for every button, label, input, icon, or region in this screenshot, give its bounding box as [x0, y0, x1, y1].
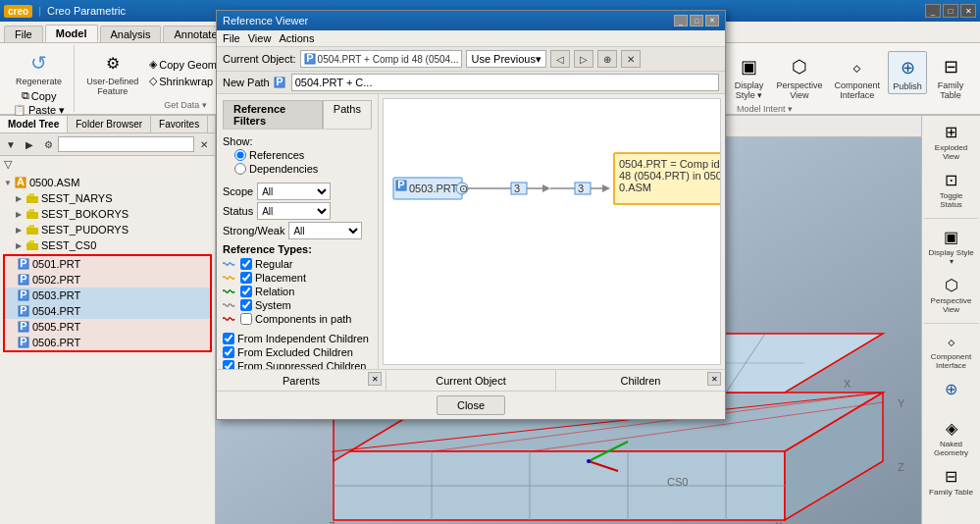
panel-tab-modeltree[interactable]: Model Tree [0, 116, 68, 132]
tree-item-0503prt[interactable]: P 0503.PRT [5, 288, 210, 303]
tree-item-sestpudorys[interactable]: ▶ SEST_PUDORYS [2, 222, 213, 237]
tree-item-0504prt[interactable]: P 0504.PRT [5, 303, 210, 319]
panel-btn-1[interactable]: ▼ [2, 135, 20, 153]
from-independent-text: From Independent Children [237, 333, 369, 344]
dialog-titlebar-btns: _ □ ✕ [674, 15, 719, 26]
ribbon-btn-familytable[interactable]: ⊟ FamilyTable [931, 51, 970, 102]
maximize-btn[interactable]: □ [943, 4, 958, 18]
close-btn[interactable]: ✕ [960, 4, 976, 18]
dialog-menu-view[interactable]: View [248, 32, 272, 44]
panel-btn-close[interactable]: ✕ [195, 135, 213, 153]
strongweak-select[interactable]: All [288, 222, 362, 239]
shrinkwrap-label: Shrinkwrap [159, 76, 213, 87]
right-btn-geometry[interactable]: ◈ Naked Geometry [925, 416, 978, 460]
show-references-radio[interactable] [234, 149, 246, 161]
right-btn-publish[interactable]: ⊕ Close [925, 377, 978, 412]
minimize-btn[interactable]: _ [925, 4, 941, 18]
dialog-menu-actions[interactable]: Actions [279, 32, 314, 44]
right-btn-togglestatus[interactable]: ⊡ Toggle Status [925, 168, 978, 212]
from-excluded-cb[interactable] [223, 346, 234, 358]
from-excluded-label[interactable]: From Excluded Children [223, 346, 353, 358]
reftype-placement-label[interactable]: Placement [240, 272, 306, 284]
svg-text:CS0: CS0 [667, 476, 688, 488]
reftype-regular-cb[interactable] [240, 258, 252, 270]
svg-text:P: P [20, 258, 26, 269]
right-btn-displaystyle[interactable]: ▣ Display Style ▾ [925, 225, 978, 269]
filter-tab-paths[interactable]: Paths [323, 100, 372, 129]
ribbon-btn-publish[interactable]: ⊕ Publish [888, 51, 927, 94]
svg-text:P: P [397, 179, 404, 190]
tree-label-0504prt: 0504.PRT [32, 305, 80, 317]
dialog-toolbar-btn2[interactable]: ▷ [574, 50, 593, 68]
panel-tab-favorites[interactable]: Favorites [151, 116, 208, 132]
reftype-relation-label[interactable]: Relation [240, 286, 294, 297]
ribbon-btn-displaystyle[interactable]: ▣ DisplayStyle ▾ [729, 51, 768, 102]
dialog-toolbar-btn3[interactable]: ⊕ [597, 50, 617, 68]
app-title: Creo Parametric [47, 5, 126, 17]
panel-btn-2[interactable]: ▶ [21, 135, 38, 153]
ribbon-btn-copy[interactable]: ⧉ Copy [19, 88, 60, 103]
from-independent-label[interactable]: From Independent Children [223, 333, 369, 344]
ribbon-btn-compinterface[interactable]: ⬦ ComponentInterface [830, 51, 884, 102]
right-btn-exploded[interactable]: ⊞ Exploded View [925, 120, 978, 164]
search-input[interactable] [61, 139, 191, 150]
show-dependencies-radio[interactable] [234, 163, 246, 175]
use-previous-arrow: ▾ [536, 53, 542, 66]
tree-item-sestcs0[interactable]: ▶ SEST_CS0 [2, 237, 213, 253]
dialog-filters-panel: Reference Filters Paths Show: References [217, 94, 379, 369]
right-btn-perspective[interactable]: ⬡ Perspective View [925, 273, 978, 317]
dialog-close-btn[interactable]: ✕ [705, 15, 719, 26]
reftype-relation-cb[interactable] [240, 286, 252, 297]
show-dependencies-label[interactable]: Dependencies [234, 163, 318, 175]
reftype-system-label[interactable]: System [240, 299, 291, 311]
tab-file[interactable]: File [4, 26, 43, 42]
ribbon-btn-udf[interactable]: ⚙ User-DefinedFeature [82, 47, 142, 98]
ribbon-group-operations: ↺ Regenerate ⧉ Copy 📋 Paste ▾ ✕ D [4, 45, 75, 112]
status-select[interactable]: All [257, 202, 331, 220]
dialog-maximize-btn[interactable]: □ [690, 15, 703, 26]
ribbon-btn-regenerate[interactable]: ↺ Regenerate [12, 47, 66, 88]
footer-children-close[interactable]: ✕ [707, 372, 721, 386]
close-button[interactable]: Close [437, 395, 505, 415]
reftype-regular-label[interactable]: Regular [240, 258, 293, 270]
right-btn-familytable[interactable]: ⊟ Family Table [925, 464, 978, 499]
tree-item-sestnarys[interactable]: ▶ SEST_NARYS [2, 190, 213, 206]
show-references-label[interactable]: References [234, 149, 304, 161]
tree-item-0502prt[interactable]: P 0502.PRT [5, 272, 210, 288]
new-path-label: New Path [223, 77, 270, 88]
use-previous-btn[interactable]: Use Previous ▾ [466, 50, 545, 68]
reftype-compinpath-cb[interactable] [240, 313, 252, 325]
filter-tab-reffilters[interactable]: Reference Filters [223, 100, 323, 129]
scope-select[interactable]: All [257, 183, 331, 200]
footer-current: Current Object [387, 370, 556, 391]
from-independent-cb[interactable] [223, 333, 234, 344]
right-btn-compinterface[interactable]: ⬦ Component Interface [925, 330, 978, 373]
reftype-system-cb[interactable] [240, 299, 252, 311]
panel-tab-folderbrowser[interactable]: Folder Browser [68, 116, 151, 132]
tree-item-0505prt[interactable]: P 0505.PRT [5, 319, 210, 335]
tab-analysis[interactable]: Analysis [100, 26, 162, 42]
svg-text:P: P [20, 305, 26, 316]
dialog-menu-file[interactable]: File [223, 32, 240, 44]
dialog-toolbar-btn1[interactable]: ◁ [550, 50, 570, 68]
tab-model[interactable]: Model [45, 25, 98, 42]
tree-item-0501prt[interactable]: P 0501.PRT [5, 256, 210, 272]
dialog-minimize-btn[interactable]: _ [674, 15, 688, 26]
currobj-icon: P [304, 53, 316, 65]
ribbon-btn-perspective[interactable]: ⬡ PerspectiveView [772, 51, 826, 102]
from-suppressed-cb[interactable] [223, 360, 234, 369]
tree-item-sestbokorys[interactable]: ▶ SEST_BOKORYS [2, 206, 213, 222]
svg-text:Y: Y [898, 397, 905, 409]
reftype-placement-cb[interactable] [240, 272, 252, 284]
dialog-toolbar-btn4[interactable]: ✕ [621, 50, 641, 68]
footer-current-label: Current Object [436, 375, 506, 387]
modelintent-label: Model Intent ▾ [737, 102, 793, 114]
panel-btn-3[interactable]: ⚙ [39, 135, 57, 153]
tree-item-0500asm[interactable]: ▼ A 0500.ASM [2, 175, 213, 190]
footer-parents-close[interactable]: ✕ [368, 372, 382, 386]
tree-item-0506prt[interactable]: P 0506.PRT [5, 335, 210, 350]
reftype-compinpath-label[interactable]: Components in path [240, 313, 351, 325]
from-suppressed-label[interactable]: From Suppressed Children [223, 360, 366, 369]
tree-label-0502prt: 0502.PRT [32, 274, 80, 286]
search-box[interactable] [58, 136, 194, 152]
